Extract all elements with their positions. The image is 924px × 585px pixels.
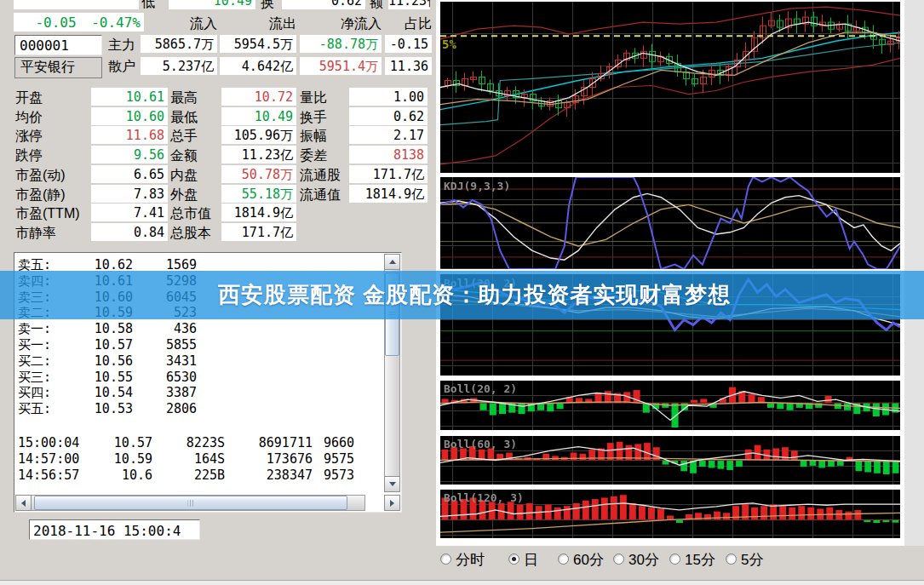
five-percent-label: 5% <box>442 37 456 51</box>
scroll-left-button[interactable] <box>15 495 32 511</box>
stat-label: 市盈(TTM) <box>15 205 89 223</box>
period-radio-30分[interactable] <box>613 553 624 565</box>
period-radio-60分[interactable] <box>558 553 569 565</box>
stat-label: 金额 <box>170 147 220 165</box>
ob-field: 买一: <box>18 337 67 353</box>
stock-name-box[interactable]: 平安银行 <box>14 57 102 78</box>
arrow-left-icon <box>21 500 26 507</box>
ob-field: 15:00:04 <box>18 435 90 450</box>
trade-row[interactable]: 14:57:0010.59164S1736769575 <box>18 451 354 467</box>
scroll-down-button[interactable] <box>384 476 400 492</box>
order-book-row[interactable]: 买二:10.563431 <box>18 353 197 370</box>
period-label-15分[interactable]: 15分 <box>685 550 715 570</box>
ob-field: 10.59 <box>90 451 152 467</box>
stat-value: 55.18万 <box>221 185 296 203</box>
low-label: 低 <box>141 0 155 12</box>
ob-field: 225B <box>152 467 225 483</box>
low-value: 10.49 <box>169 0 255 9</box>
stat-value: 1.00 <box>349 88 428 106</box>
trade-row[interactable]: 15:00:0410.578223S86917119660 <box>18 435 354 450</box>
period-radio-日[interactable] <box>508 553 519 565</box>
retail-inflow: 5.237亿 <box>141 57 217 75</box>
ob-field: 2806 <box>133 401 197 417</box>
period-radio-分时[interactable] <box>440 553 451 565</box>
ob-field: 14:57:00 <box>18 451 90 467</box>
stat-value: 7.83 <box>91 185 168 203</box>
change-pct: -0.47% <box>91 14 141 31</box>
horizontal-scroll-thumb[interactable] <box>34 496 347 510</box>
retail-ratio: 11.36 <box>385 57 432 75</box>
ob-field: 10.55 <box>67 370 133 386</box>
stat-value: 171.7亿 <box>221 223 296 241</box>
order-book-row[interactable]: 买四:10.543387 <box>18 385 197 401</box>
arrow-up-icon <box>389 260 396 264</box>
stock-code-input[interactable] <box>14 35 102 55</box>
scroll-up-button[interactable] <box>384 254 400 270</box>
turnover-value: 0.62 <box>282 0 365 9</box>
ob-field: 3431 <box>133 353 197 370</box>
ob-field: 10.6 <box>90 467 152 483</box>
stat-value: 1814.9亿 <box>221 204 296 221</box>
bottom-strip <box>0 580 924 585</box>
ob-field: 买五: <box>18 401 67 417</box>
datetime-display: 2018-11-16 15:00:4 <box>29 519 200 540</box>
trade-row[interactable]: 14:56:5710.6225B2383479573 <box>18 467 354 483</box>
order-book-row[interactable]: 卖一:10.58436 <box>18 321 197 337</box>
period-label-60分[interactable]: 60分 <box>573 550 604 570</box>
thumb-grip-icon <box>188 500 194 507</box>
ob-field: 9575 <box>313 451 354 467</box>
stat-label: 总股本 <box>170 225 220 243</box>
stat-value: 171.7亿 <box>349 165 428 183</box>
stock-terminal-window: 低 10.49 换 0.62 额 11.23亿 -0.05 -0.47% 流入 … <box>0 0 924 585</box>
main-inflow: 5865.7万 <box>141 35 217 53</box>
stat-label: 委差 <box>300 147 349 165</box>
stat-label: 总手 <box>170 128 220 146</box>
order-book-row[interactable]: 买三:10.556530 <box>18 370 197 386</box>
period-label-30分[interactable]: 30分 <box>628 550 659 570</box>
ob-field: 10.53 <box>67 401 133 417</box>
stat-value: 8138 <box>349 146 428 163</box>
stat-label: 跌停 <box>15 147 89 165</box>
scroll-right-button[interactable] <box>384 495 400 511</box>
stat-value: 2.17 <box>349 126 428 144</box>
stat-value: 7.41 <box>91 204 168 221</box>
period-radio-5分[interactable] <box>726 553 737 565</box>
stat-value: 10.61 <box>91 88 168 106</box>
horizontal-scrollbar[interactable] <box>15 495 365 511</box>
stat-label: 市盈(静) <box>15 186 89 204</box>
stat-label: 最低 <box>170 109 220 127</box>
stat-label: 量比 <box>300 89 349 107</box>
ad-banner: 西安股票配资 金股配资：助力投资者实现财富梦想 <box>0 271 924 319</box>
ob-field: 5855 <box>133 337 197 353</box>
stock-name: 平安银行 <box>20 59 75 77</box>
period-label-日[interactable]: 日 <box>524 550 538 570</box>
stat-value: 10.60 <box>91 107 168 125</box>
period-label-分时[interactable]: 分时 <box>456 550 485 570</box>
flow-row-retail-label: 散户 <box>108 58 135 76</box>
flow-header-ratio: 占比 <box>385 15 432 33</box>
boll20-panel-label: Boll(20, 2) <box>444 382 517 395</box>
stat-value: 10.49 <box>221 107 296 125</box>
ob-field: 6530 <box>133 370 197 386</box>
flow-header-in: 流入 <box>141 15 217 33</box>
boll120-panel-label: Boll(120, 3) <box>444 491 524 504</box>
stat-label: 外盘 <box>170 186 220 204</box>
kline-chart-canvas[interactable] <box>440 2 900 173</box>
amount-label: 额 <box>370 0 383 12</box>
flow-row-main-label: 主力 <box>108 37 135 54</box>
arrow-right-icon <box>390 500 394 507</box>
period-radio-15分[interactable] <box>669 553 680 565</box>
ob-field: 10.57 <box>90 435 152 450</box>
ob-field: 10.57 <box>67 337 133 353</box>
ob-field: 238347 <box>225 467 313 483</box>
order-book-row[interactable]: 买五:10.532806 <box>18 401 197 417</box>
period-label-5分[interactable]: 5分 <box>741 550 763 570</box>
change-cell: -0.05 -0.47% <box>14 13 144 32</box>
retail-netflow: 5951.4万 <box>300 57 382 75</box>
stat-label: 开盘 <box>15 89 89 107</box>
price-cell-partial <box>14 0 139 9</box>
order-book-row[interactable]: 买一:10.575855 <box>18 337 197 353</box>
main-outflow: 5954.5万 <box>220 35 296 53</box>
ob-field: 164S <box>152 451 225 467</box>
turnover-label: 换 <box>261 0 274 12</box>
